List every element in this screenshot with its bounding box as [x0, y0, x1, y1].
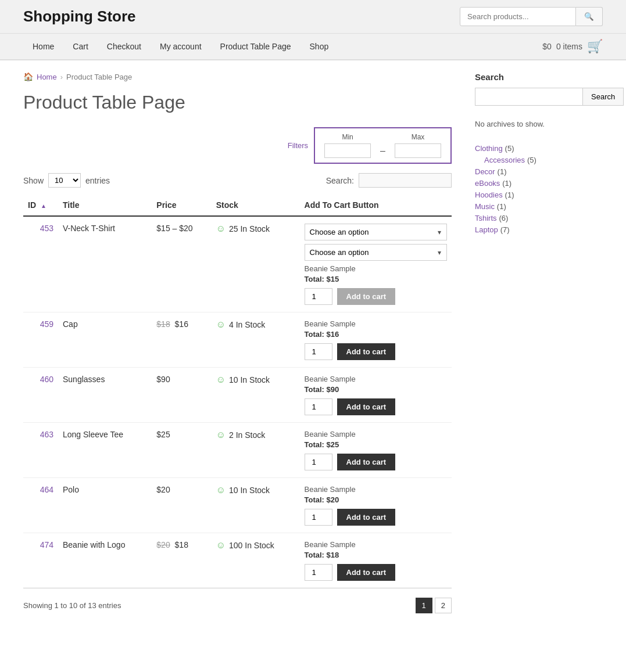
cart-area: $0 0 items 🛒	[542, 39, 603, 54]
home-icon: 🏠	[23, 72, 33, 81]
table-header-row: ID ▲ Title Price Stock Add To Cart Butto…	[23, 195, 452, 216]
add-to-cart-button[interactable]: Add to cart	[337, 454, 396, 470]
col-id[interactable]: ID ▲	[23, 195, 58, 216]
max-label: Max	[412, 133, 425, 141]
table-row: 460Sunglasses$90☺10 In StockBeanie Sampl…	[23, 368, 452, 423]
add-to-cart-button[interactable]: Add to cart	[337, 509, 396, 526]
sidebar-search-input[interactable]	[475, 88, 583, 106]
no-archives-text: No archives to show.	[475, 120, 603, 128]
quantity-input[interactable]	[305, 509, 332, 526]
quantity-input[interactable]	[305, 288, 332, 305]
nav-links: Home Cart Checkout My account Product Ta…	[23, 34, 338, 59]
cell-id: 464	[23, 478, 58, 533]
table-row: 463Long Sleeve Tee$25☺2 In StockBeanie S…	[23, 423, 452, 478]
cell-stock: ☺10 In Stock	[212, 478, 300, 533]
sidebar-categories-section: Clothing (5)Accessories (5)Decor (1)eBoo…	[475, 142, 603, 235]
table-row: 453V-Neck T-Shirt$15 – $20☺25 In StockCh…	[23, 216, 452, 312]
col-stock[interactable]: Stock	[212, 195, 300, 216]
option-select-2[interactable]: Choose an option	[305, 244, 447, 261]
nav-cart[interactable]: Cart	[63, 34, 97, 59]
content-area: 🏠 Home › Product Table Page Product Tabl…	[23, 72, 452, 613]
category-link[interactable]: eBooks	[475, 179, 500, 188]
cell-title: V-Neck T-Shirt	[58, 216, 152, 312]
quantity-input[interactable]	[305, 398, 332, 415]
nav-product-table[interactable]: Product Table Page	[211, 34, 301, 59]
sidebar-search-title: Search	[475, 72, 603, 82]
cell-price: $20	[152, 478, 211, 533]
product-name: Beanie Sample	[305, 430, 447, 439]
stock-text: 4 In Stock	[229, 320, 265, 329]
sidebar-search-button[interactable]: Search	[583, 88, 624, 106]
product-name: Beanie Sample	[305, 264, 447, 273]
category-count: (5)	[505, 144, 514, 153]
qty-cart-row: Add to cart	[305, 343, 447, 360]
nav-my-account[interactable]: My account	[151, 34, 211, 59]
category-count: (1)	[505, 191, 514, 199]
product-total: Total: $90	[305, 385, 447, 394]
table-search-label: Search:	[326, 176, 354, 185]
category-link[interactable]: Tshirts	[475, 214, 497, 222]
product-total: Total: $16	[305, 330, 447, 339]
breadcrumb-home[interactable]: Home	[37, 73, 57, 81]
product-total: Total: $18	[305, 551, 447, 559]
quantity-input[interactable]	[305, 564, 332, 581]
list-item: eBooks (1)	[475, 177, 603, 189]
main-wrapper: 🏠 Home › Product Table Page Product Tabl…	[0, 60, 626, 625]
min-price-input[interactable]	[324, 143, 371, 158]
cell-id: 459	[23, 312, 58, 368]
header-search-button[interactable]: 🔍	[576, 7, 603, 26]
product-name: Beanie Sample	[305, 319, 447, 328]
category-link[interactable]: Hoodies	[475, 191, 503, 199]
category-link[interactable]: Clothing	[475, 144, 503, 153]
show-entries: Show 10 25 50 100 entries	[23, 173, 110, 188]
col-title[interactable]: Title	[58, 195, 152, 216]
table-search-input[interactable]	[359, 173, 452, 188]
cart-icon[interactable]: 🛒	[587, 39, 603, 54]
main-nav: Home Cart Checkout My account Product Ta…	[0, 34, 626, 60]
category-link[interactable]: Music	[475, 202, 495, 211]
list-item: Hoodies (1)	[475, 189, 603, 200]
qty-cart-row: Add to cart	[305, 454, 447, 470]
add-to-cart-button[interactable]: Add to cart	[337, 288, 396, 305]
option-select-1[interactable]: Choose an option	[305, 224, 447, 240]
entries-select[interactable]: 10 25 50 100	[48, 173, 81, 188]
cell-id: 474	[23, 533, 58, 588]
sidebar-search-section: Search Search	[475, 72, 603, 106]
cart-items: 0 items	[556, 42, 582, 51]
add-to-cart-button[interactable]: Add to cart	[337, 398, 396, 415]
option-select-wrapper-1: Choose an option	[305, 224, 447, 240]
stock-text: 25 In Stock	[229, 224, 270, 233]
min-label: Min	[342, 133, 353, 141]
quantity-input[interactable]	[305, 343, 332, 360]
add-to-cart-button[interactable]: Add to cart	[337, 343, 396, 360]
product-table: ID ▲ Title Price Stock Add To Cart Butto…	[23, 195, 452, 588]
cell-price: $25	[152, 423, 211, 478]
col-add-to-cart: Add To Cart Button	[300, 195, 452, 216]
category-link[interactable]: Accessories	[484, 156, 525, 164]
add-to-cart-button[interactable]: Add to cart	[337, 564, 396, 581]
product-name: Beanie Sample	[305, 540, 447, 549]
page-btn-1[interactable]: 1	[416, 598, 432, 613]
header-search-input[interactable]	[460, 7, 576, 26]
cell-id: 453	[23, 216, 58, 312]
pagination-buttons: 1 2	[416, 598, 452, 613]
stock-icon: ☺	[216, 375, 226, 385]
col-price[interactable]: Price	[152, 195, 211, 216]
quantity-input[interactable]	[305, 454, 332, 470]
max-price-input[interactable]	[395, 143, 441, 158]
nav-shop[interactable]: Shop	[301, 34, 338, 59]
entries-label: entries	[85, 176, 110, 185]
category-link[interactable]: Decor	[475, 167, 495, 176]
table-search-group: Search:	[326, 173, 452, 188]
category-link[interactable]: Laptop	[475, 225, 498, 234]
table-row: 474Beanie with Logo$20 $18☺100 In StockB…	[23, 533, 452, 588]
nav-checkout[interactable]: Checkout	[98, 34, 151, 59]
qty-cart-row: Add to cart	[305, 564, 447, 581]
product-total: Total: $20	[305, 495, 447, 504]
category-count: (1)	[497, 202, 506, 211]
cell-add-to-cart: Beanie SampleTotal: $90 Add to cart	[300, 368, 452, 423]
cell-title: Sunglasses	[58, 368, 152, 423]
stock-icon: ☺	[216, 224, 226, 234]
nav-home[interactable]: Home	[23, 34, 63, 59]
page-btn-2[interactable]: 2	[435, 598, 452, 613]
